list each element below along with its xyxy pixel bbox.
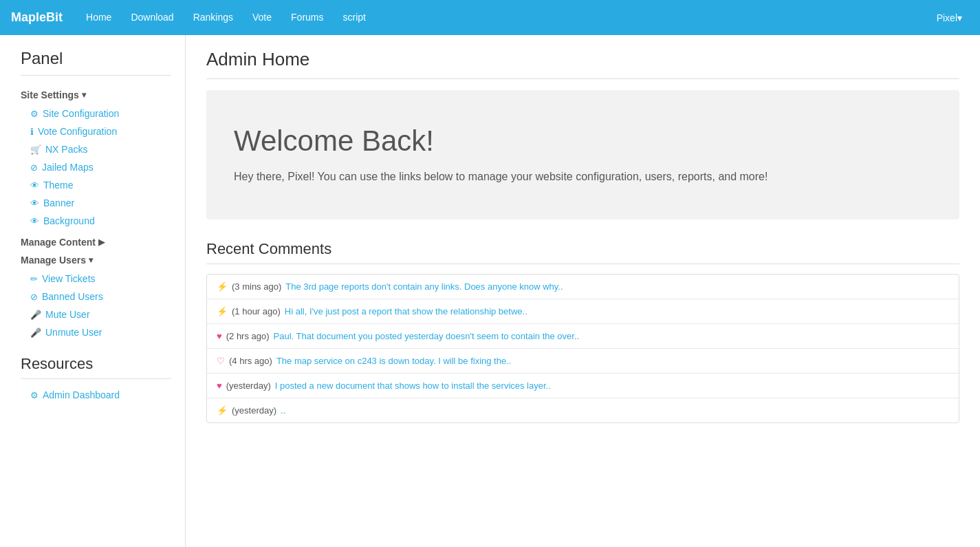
heart-icon-2: ♥ <box>217 331 222 341</box>
user-menu[interactable]: Pixel▾ <box>930 12 969 23</box>
banned-users-label: Banned Users <box>42 291 103 302</box>
comment-text-1: Hi all, I've just post a report that sho… <box>285 306 527 317</box>
mute-user-label: Mute User <box>45 309 90 320</box>
page-container: Panel Site Settings ▾ ⚙ Site Configurati… <box>0 35 980 547</box>
site-settings-toggle[interactable]: Site Settings ▾ <box>21 89 171 100</box>
welcome-box: Welcome Back! Hey there, Pixel! You can … <box>206 90 959 219</box>
cart-icon: 🛒 <box>30 144 41 155</box>
comment-text-0: The 3rd page reports don't contain any l… <box>285 281 563 292</box>
nav-vote[interactable]: Vote <box>243 0 281 35</box>
recent-comments-title: Recent Comments <box>206 240 959 264</box>
unmute-user-label: Unmute User <box>45 327 102 338</box>
manage-users-label: Manage Users <box>21 255 86 266</box>
sidebar-item-admin-dashboard[interactable]: ⚙ Admin Dashboard <box>21 386 171 404</box>
comment-text-2: Paul. That document you posted yesterday… <box>274 331 580 341</box>
ticket-icon: ✏ <box>30 274 38 284</box>
sidebar-item-jailed-maps[interactable]: ⊘ Jailed Maps <box>21 158 171 176</box>
nav-download[interactable]: Download <box>121 0 183 35</box>
username: Pixel <box>937 12 957 23</box>
site-configuration-label: Site Configuration <box>43 108 119 119</box>
ban-icon: ⊘ <box>30 162 38 173</box>
comment-text-3: The map service on c243 is down today. I… <box>276 356 512 366</box>
nav-home[interactable]: Home <box>76 0 121 35</box>
sidebar-item-unmute-user[interactable]: 🎤 Unmute User <box>21 323 171 341</box>
comment-item-0[interactable]: ⚡ (3 mins ago) The 3rd page reports don'… <box>207 275 959 299</box>
nav-rankings[interactable]: Rankings <box>184 0 243 35</box>
navbar-right: Pixel▾ <box>930 12 969 23</box>
comment-text-5: .. <box>281 405 285 416</box>
welcome-heading: Welcome Back! <box>234 125 932 158</box>
comment-time-3: (4 hrs ago) <box>229 356 272 366</box>
background-label: Background <box>43 215 95 226</box>
sidebar-item-vote-configuration[interactable]: ℹ Vote Configuration <box>21 122 171 140</box>
brand-logo[interactable]: MapleBit <box>11 10 63 25</box>
heart-outline-icon-3: ♡ <box>217 356 225 366</box>
nx-packs-label: NX Packs <box>45 144 87 155</box>
site-settings-label: Site Settings <box>21 89 79 100</box>
page-title: Admin Home <box>206 49 959 79</box>
site-settings-arrow: ▾ <box>82 90 86 100</box>
manage-content-arrow: ▶ <box>98 237 105 247</box>
comment-list: ⚡ (3 mins ago) The 3rd page reports don'… <box>206 274 959 423</box>
comment-item-1[interactable]: ⚡ (1 hour ago) Hi all, I've just post a … <box>207 299 959 324</box>
comment-item-3[interactable]: ♡ (4 hrs ago) The map service on c243 is… <box>207 349 959 374</box>
sidebar-item-background[interactable]: 👁 Background <box>21 212 171 230</box>
bolt-icon-0: ⚡ <box>217 281 228 292</box>
comment-item-2[interactable]: ♥ (2 hrs ago) Paul. That document you po… <box>207 324 959 349</box>
eye-icon-theme: 👁 <box>30 180 39 191</box>
comment-time-5: (yesterday) <box>232 405 276 416</box>
gear-icon: ⚙ <box>30 109 39 119</box>
eye-icon-background: 👁 <box>30 216 39 226</box>
nav-menu: Home Download Rankings Vote Forums scrip… <box>76 0 930 35</box>
sidebar-item-mute-user[interactable]: 🎤 Mute User <box>21 305 171 323</box>
banner-label: Banner <box>43 197 74 208</box>
navbar: MapleBit Home Download Rankings Vote For… <box>0 0 980 35</box>
jailed-maps-label: Jailed Maps <box>42 162 94 173</box>
resources-title: Resources <box>21 355 171 379</box>
manage-users-arrow: ▾ <box>89 255 93 265</box>
bolt-icon-1: ⚡ <box>217 306 228 317</box>
bolt-icon-5: ⚡ <box>217 405 228 416</box>
sidebar-item-view-tickets[interactable]: ✏ View Tickets <box>21 270 171 288</box>
sidebar-item-theme[interactable]: 👁 Theme <box>21 176 171 194</box>
comment-text-4: I posted a new document that shows how t… <box>275 380 551 391</box>
welcome-body: Hey there, Pixel! You can use the links … <box>234 169 932 185</box>
eye-icon-banner: 👁 <box>30 198 39 208</box>
manage-content-label: Manage Content <box>21 237 96 248</box>
comment-item-4[interactable]: ♥ (yesterday) I posted a new document th… <box>207 374 959 398</box>
sidebar-item-nx-packs[interactable]: 🛒 NX Packs <box>21 140 171 158</box>
admin-icon: ⚙ <box>30 390 39 400</box>
nav-script[interactable]: script <box>334 0 375 35</box>
ban-icon-users: ⊘ <box>30 292 38 302</box>
vote-configuration-label: Vote Configuration <box>38 126 117 137</box>
comment-time-4: (yesterday) <box>226 380 271 391</box>
comment-time-0: (3 mins ago) <box>232 281 281 292</box>
main-content: Admin Home Welcome Back! Hey there, Pixe… <box>186 35 980 547</box>
sidebar-item-banner[interactable]: 👁 Banner <box>21 194 171 212</box>
sidebar-item-banned-users[interactable]: ⊘ Banned Users <box>21 288 171 305</box>
comment-time-1: (1 hour ago) <box>232 306 281 317</box>
sidebar: Panel Site Settings ▾ ⚙ Site Configurati… <box>0 35 186 547</box>
manage-content-toggle[interactable]: Manage Content ▶ <box>21 237 171 248</box>
unmute-icon: 🎤 <box>30 328 41 338</box>
sidebar-item-site-configuration[interactable]: ⚙ Site Configuration <box>21 105 171 122</box>
admin-dashboard-label: Admin Dashboard <box>43 389 120 400</box>
heart-icon-4: ♥ <box>217 380 222 391</box>
manage-users-toggle[interactable]: Manage Users ▾ <box>21 255 171 266</box>
view-tickets-label: View Tickets <box>42 273 96 284</box>
info-icon: ℹ <box>30 127 34 137</box>
mute-icon: 🎤 <box>30 310 41 320</box>
comment-item-5[interactable]: ⚡ (yesterday) .. <box>207 398 959 422</box>
comment-time-2: (2 hrs ago) <box>226 331 270 341</box>
panel-title: Panel <box>21 49 171 76</box>
theme-label: Theme <box>43 180 74 191</box>
nav-forums[interactable]: Forums <box>281 0 333 35</box>
